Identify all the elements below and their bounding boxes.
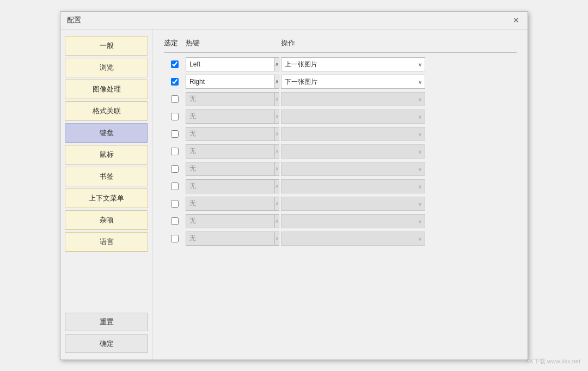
watermark: KK下载 www.kkx.net — [525, 357, 580, 366]
action-select-wrapper-9 — [281, 214, 425, 228]
action-select-1[interactable]: 下一张图片 — [281, 75, 425, 89]
table-row: ∧ — [164, 92, 517, 106]
sidebar-footer: 重置 确定 — [65, 307, 148, 353]
action-cell-3 — [281, 110, 425, 124]
checkbox-6[interactable] — [171, 165, 179, 173]
hotkey-cell-9: ∧ — [186, 214, 277, 228]
checkbox-cell-9 — [164, 217, 186, 225]
hotkey-cell-6: ∧ — [186, 162, 277, 176]
checkbox-10[interactable] — [171, 235, 179, 242]
action-select-2 — [281, 92, 425, 106]
sidebar-item-7[interactable]: 上下文菜单 — [65, 188, 148, 208]
sidebar-item-4[interactable]: 键盘 — [65, 123, 148, 143]
hotkey-input-0[interactable] — [186, 57, 275, 71]
action-select-wrapper-4 — [281, 127, 425, 141]
action-select-wrapper-8 — [281, 197, 425, 211]
checkbox-8[interactable] — [171, 200, 179, 208]
action-select-0[interactable]: 上一张图片 — [281, 57, 425, 71]
sidebar-item-9[interactable]: 语言 — [65, 232, 148, 252]
checkbox-1[interactable] — [171, 78, 179, 86]
hotkey-cell-10: ∧ — [186, 232, 277, 246]
close-button[interactable]: ✕ — [511, 15, 521, 25]
hotkey-btn-2: ∧ — [275, 92, 279, 106]
action-select-wrapper-10 — [281, 232, 425, 246]
hotkey-cell-2: ∧ — [186, 92, 277, 106]
checkbox-cell-7 — [164, 183, 186, 190]
action-select-5 — [281, 144, 425, 159]
hotkey-input-7 — [186, 179, 275, 193]
checkbox-0[interactable] — [171, 60, 179, 68]
hotkey-input-2 — [186, 92, 275, 106]
table-row: ∧ — [164, 127, 517, 141]
table-row: ∧ — [164, 179, 517, 193]
checkbox-3[interactable] — [171, 113, 179, 120]
hotkey-cell-7: ∧ — [186, 179, 277, 193]
sidebar-item-2[interactable]: 图像处理 — [65, 80, 148, 99]
hotkey-btn-7: ∧ — [275, 179, 279, 193]
hotkey-input-8 — [186, 197, 275, 211]
action-select-3 — [281, 110, 425, 124]
col-select: 选定 — [164, 38, 186, 48]
reset-button[interactable]: 重置 — [65, 313, 148, 331]
action-select-wrapper-5 — [281, 144, 425, 159]
action-cell-9 — [281, 214, 425, 228]
sidebar: 一般浏览图像处理格式关联键盘鼠标书签上下文菜单杂项语言 重置 确定 — [60, 29, 153, 360]
hotkey-btn-4: ∧ — [275, 127, 279, 141]
hotkey-cell-0: ∧ — [186, 57, 277, 71]
hotkey-btn-0[interactable]: ∧ — [275, 57, 279, 71]
action-select-9 — [281, 214, 425, 228]
table-row: ∧ — [164, 110, 517, 124]
col-action: 操作 — [281, 38, 425, 48]
action-select-wrapper-1: 下一张图片 — [281, 75, 425, 89]
hotkey-input-5 — [186, 144, 275, 159]
sidebar-item-0[interactable]: 一般 — [65, 36, 148, 56]
checkbox-4[interactable] — [171, 130, 179, 138]
table-row: ∧上一张图片 — [164, 57, 517, 71]
action-cell-6 — [281, 162, 425, 176]
sidebar-item-6[interactable]: 书签 — [65, 167, 148, 186]
table-row: ∧ — [164, 232, 517, 246]
table-row: ∧ — [164, 162, 517, 176]
hotkey-input-9 — [186, 214, 275, 228]
sidebar-item-8[interactable]: 杂项 — [65, 210, 148, 230]
checkbox-9[interactable] — [171, 217, 179, 225]
hotkey-input-4 — [186, 127, 275, 141]
action-cell-8 — [281, 197, 425, 211]
action-cell-10 — [281, 232, 425, 246]
action-cell-0: 上一张图片 — [281, 57, 425, 71]
confirm-button[interactable]: 确定 — [65, 334, 148, 353]
checkbox-cell-2 — [164, 95, 186, 103]
action-select-wrapper-6 — [281, 162, 425, 176]
hotkey-btn-10: ∧ — [275, 232, 279, 246]
dialog-content: 一般浏览图像处理格式关联键盘鼠标书签上下文菜单杂项语言 重置 确定 选定 热键 … — [60, 29, 528, 360]
hotkey-cell-4: ∧ — [186, 127, 277, 141]
action-select-10 — [281, 232, 425, 246]
checkbox-7[interactable] — [171, 183, 179, 190]
sidebar-item-1[interactable]: 浏览 — [65, 58, 148, 77]
table-rows: ∧上一张图片∧下一张图片∧∧∧∧∧∧∧∧∧ — [164, 57, 517, 246]
checkbox-cell-6 — [164, 165, 186, 173]
hotkey-btn-1[interactable]: ∧ — [275, 75, 279, 89]
hotkey-btn-6: ∧ — [275, 162, 279, 176]
sidebar-items: 一般浏览图像处理格式关联键盘鼠标书签上下文菜单杂项语言 — [65, 36, 148, 252]
table-row: ∧下一张图片 — [164, 75, 517, 89]
sidebar-item-5[interactable]: 鼠标 — [65, 145, 148, 165]
col-hotkey: 热键 — [186, 38, 281, 48]
action-cell-1: 下一张图片 — [281, 75, 425, 89]
action-select-8 — [281, 197, 425, 211]
table-row: ∧ — [164, 144, 517, 159]
checkbox-5[interactable] — [171, 148, 179, 155]
action-cell-4 — [281, 127, 425, 141]
dialog-title: 配置 — [67, 15, 81, 25]
checkbox-cell-3 — [164, 113, 186, 120]
action-select-4 — [281, 127, 425, 141]
hotkey-input-1[interactable] — [186, 75, 275, 89]
sidebar-item-3[interactable]: 格式关联 — [65, 101, 148, 121]
hotkey-cell-5: ∧ — [186, 144, 277, 159]
hotkey-btn-8: ∧ — [275, 197, 279, 211]
hotkey-btn-9: ∧ — [275, 214, 279, 228]
action-cell-7 — [281, 179, 425, 193]
hotkey-cell-8: ∧ — [186, 197, 277, 211]
table-row: ∧ — [164, 197, 517, 211]
checkbox-2[interactable] — [171, 95, 179, 103]
